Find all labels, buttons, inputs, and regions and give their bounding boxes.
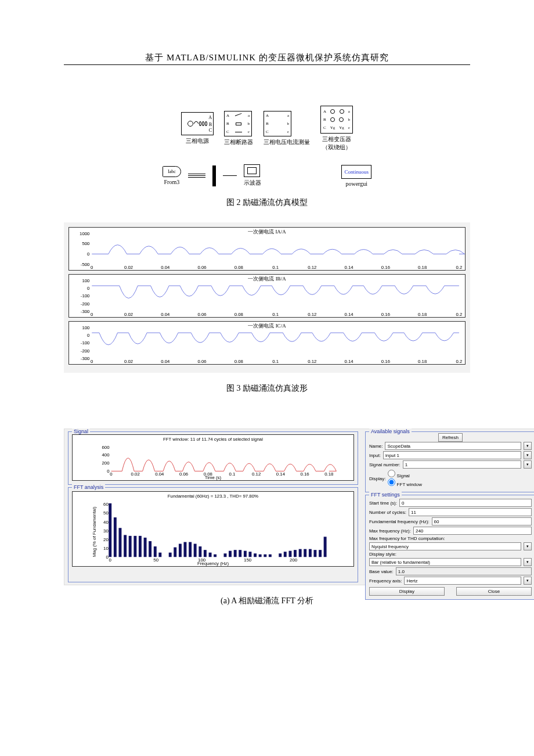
svg-text:0.18: 0.18 [418, 312, 427, 317]
svg-rect-97 [214, 555, 217, 557]
cycles-field[interactable] [409, 508, 532, 516]
svg-rect-91 [183, 542, 186, 557]
thd-label: Max frequency for THD computation: [369, 536, 532, 541]
svg-text:500: 500 [82, 241, 90, 246]
signal-number-label: Signal number: [369, 462, 400, 467]
breaker-label: 三相断路器 [224, 138, 253, 146]
svg-text:0.06: 0.06 [198, 359, 207, 364]
svg-text:0.06: 0.06 [198, 265, 207, 270]
svg-text:0.02: 0.02 [124, 312, 133, 317]
measure-label: 三相电压电流测量 [264, 138, 310, 146]
svg-text:100: 100 [82, 278, 90, 283]
svg-text:0: 0 [87, 251, 90, 257]
svg-rect-99 [229, 551, 232, 557]
svg-text:0: 0 [110, 471, 113, 477]
svg-text:0.18: 0.18 [324, 471, 333, 477]
start-time-field[interactable] [399, 499, 532, 507]
signal-number-field[interactable] [403, 460, 521, 469]
input-label: Input: [369, 453, 381, 458]
svg-rect-82 [134, 536, 136, 557]
available-signals-panel: Available signals Refresh Name:▾ Input:▾… [365, 431, 534, 492]
svg-text:0: 0 [91, 359, 93, 364]
chevron-down-icon[interactable]: ▾ [524, 460, 532, 469]
cycles-label: Number of cycles: [369, 510, 406, 515]
close-button[interactable]: Close [456, 587, 532, 596]
refresh-button[interactable]: Refresh [438, 433, 463, 442]
svg-text:-500: -500 [81, 262, 90, 267]
base-value-field [396, 567, 532, 575]
svg-rect-114 [309, 549, 312, 557]
source-icon [183, 119, 211, 128]
svg-rect-86 [154, 546, 157, 557]
svg-text:0.2: 0.2 [456, 359, 463, 364]
input-field[interactable] [383, 451, 521, 459]
svg-rect-96 [209, 553, 212, 557]
svg-text:1000: 1000 [80, 231, 90, 236]
svg-text:0.12: 0.12 [308, 312, 316, 317]
svg-rect-116 [319, 550, 322, 557]
svg-text:10: 10 [103, 546, 109, 551]
figure-2-caption: 图 2 励磁涌流仿真模型 [64, 197, 470, 208]
svg-text:0.06: 0.06 [179, 471, 188, 477]
port-a: A [208, 115, 212, 120]
svg-rect-103 [248, 552, 251, 557]
chevron-down-icon[interactable]: ▾ [524, 558, 532, 566]
svg-rect-105 [259, 555, 262, 557]
svg-text:0.2: 0.2 [456, 265, 463, 270]
available-signals-legend: Available signals [369, 429, 412, 434]
svg-text:0.16: 0.16 [381, 265, 390, 270]
svg-rect-84 [144, 538, 147, 557]
scope-ib: 一次侧电流 IB/A 1000-100-200-300 00.020.040.0… [68, 274, 466, 318]
svg-text:0: 0 [87, 286, 90, 291]
svg-text:0: 0 [109, 557, 112, 563]
freq-axis-field[interactable] [404, 577, 521, 585]
fft-bar-plot: Fundamental (60Hz) = 123.3 , THD= 97.80%… [72, 491, 354, 567]
signal-panel: Signal FFT window: 11 of 11.74 cycles of… [68, 431, 358, 485]
scope-ia-title: 一次侧电流 IA/A [246, 228, 288, 236]
svg-rect-83 [139, 536, 142, 557]
display-fftwindow-radio[interactable]: FFT window [388, 478, 422, 487]
display-signal-radio[interactable]: Signal [388, 470, 422, 478]
scope-ib-title: 一次侧电流 IB/A [246, 275, 287, 283]
svg-text:0.06: 0.06 [198, 312, 207, 317]
header-rule [64, 64, 470, 65]
chevron-down-icon[interactable]: ▾ [524, 442, 532, 450]
svg-rect-80 [124, 535, 127, 557]
three-phase-transformer-block: Aa Bb CYgYgc [320, 106, 353, 134]
chevron-down-icon[interactable]: ▾ [524, 577, 532, 585]
chevron-down-icon[interactable]: ▾ [524, 451, 532, 459]
svg-text:150: 150 [244, 557, 252, 563]
display-button[interactable]: Display [369, 587, 445, 596]
svg-text:20: 20 [103, 537, 109, 542]
svg-text:50: 50 [153, 557, 158, 563]
svg-text:0.04: 0.04 [155, 471, 164, 477]
thd-field[interactable] [369, 542, 521, 550]
svg-text:-100: -100 [81, 293, 90, 298]
max-freq-field[interactable] [413, 527, 532, 535]
svg-text:0.02: 0.02 [124, 265, 133, 270]
svg-text:0.12: 0.12 [252, 471, 261, 477]
svg-rect-98 [223, 553, 226, 557]
svg-text:-300: -300 [81, 309, 90, 314]
svg-text:Mag (% of Fundamental): Mag (% of Fundamental) [92, 506, 97, 557]
svg-text:0: 0 [87, 333, 90, 338]
svg-rect-87 [158, 553, 161, 557]
svg-text:100: 100 [82, 325, 90, 330]
style-field[interactable] [369, 558, 521, 566]
svg-text:0.18: 0.18 [418, 265, 427, 270]
svg-rect-115 [313, 550, 316, 557]
fund-freq-field[interactable] [432, 517, 532, 525]
three-phase-source-block: A B C [181, 112, 214, 135]
svg-text:0.1: 0.1 [272, 312, 279, 317]
powergui-block: Continuous [341, 165, 371, 179]
svg-text:0.16: 0.16 [381, 359, 390, 364]
svg-text:0.14: 0.14 [276, 471, 286, 477]
svg-rect-100 [234, 550, 237, 557]
chevron-down-icon[interactable]: ▾ [524, 542, 532, 550]
fft-signal-plot: FFT window: 11 of 11.74 cycles of select… [72, 434, 354, 481]
fft-analysis-legend: FFT analysis [72, 484, 105, 490]
fft-settings-legend: FFT settings [369, 492, 402, 498]
name-field[interactable] [385, 442, 521, 450]
port-c: C [209, 128, 212, 133]
svg-rect-79 [118, 528, 121, 557]
